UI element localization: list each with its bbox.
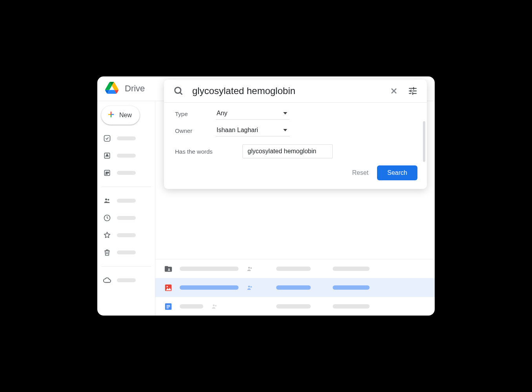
svg-rect-18 (166, 307, 169, 308)
sidebar-item-label (117, 136, 136, 140)
file-col-placeholder (333, 267, 370, 271)
storage-cloud-icon (103, 276, 111, 285)
sidebar-group-2 (101, 190, 151, 263)
search-filters: Type Any Owner Ishaan Laghari Has the wo… (164, 103, 427, 162)
svg-rect-0 (104, 136, 110, 142)
search-icon (173, 85, 184, 97)
clear-search-button[interactable] (388, 85, 399, 96)
trash-icon (103, 248, 111, 257)
svg-point-19 (213, 304, 215, 306)
file-row[interactable] (155, 297, 435, 316)
shared-with-me-icon (103, 196, 111, 205)
filter-owner-row: Owner Ishaan Laghari (175, 125, 416, 136)
svg-point-10 (250, 267, 252, 269)
shared-indicator-icon (246, 265, 254, 273)
file-col-placeholder (276, 304, 311, 309)
file-col-placeholder (276, 267, 311, 271)
sidebar-item-label (117, 278, 136, 282)
plus-icon (107, 110, 115, 120)
sidebar-item-label (117, 171, 136, 175)
file-col-placeholder (276, 285, 311, 290)
file-row[interactable] (155, 259, 435, 278)
sidebar: New (97, 101, 155, 316)
sidebar-item[interactable] (101, 211, 151, 225)
drive-window: Drive New (97, 76, 435, 316)
filter-words-label: Has the words (175, 148, 234, 155)
file-col-placeholder (333, 285, 370, 290)
search-input[interactable] (192, 85, 381, 96)
sidebar-item[interactable] (101, 149, 151, 162)
svg-rect-17 (166, 306, 170, 307)
svg-point-20 (215, 305, 217, 306)
sidebar-item[interactable] (101, 246, 151, 259)
scrollbar-thumb[interactable] (423, 121, 425, 162)
sidebar-item-label (117, 199, 136, 203)
sidebar-item-label (117, 250, 136, 254)
search-panel: Type Any Owner Ishaan Laghari Has the wo… (164, 80, 427, 189)
image-file-icon (164, 283, 173, 292)
filter-owner-label: Owner (175, 127, 207, 134)
filter-type-select[interactable]: Any (216, 108, 290, 120)
sidebar-item[interactable] (101, 229, 151, 242)
filter-words-row: Has the words (175, 144, 416, 158)
star-icon (103, 231, 111, 240)
priority-check-icon (103, 134, 111, 143)
sidebar-item-label (117, 154, 136, 158)
sidebar-item[interactable] (101, 166, 151, 180)
app-title: Drive (125, 83, 145, 94)
file-row-selected[interactable] (155, 278, 435, 297)
file-name-placeholder (180, 285, 239, 290)
search-bar (164, 80, 427, 102)
search-options-icon[interactable] (407, 85, 418, 96)
recent-icon (103, 214, 111, 222)
svg-point-9 (248, 267, 250, 269)
file-list (155, 259, 435, 316)
folder-shared-icon (164, 265, 173, 273)
svg-point-6 (107, 199, 109, 200)
sidebar-item-label (117, 216, 136, 220)
sidebar-item[interactable] (101, 194, 151, 207)
svg-point-5 (105, 198, 107, 200)
chevron-down-icon (283, 129, 287, 131)
svg-point-8 (168, 268, 169, 269)
svg-rect-16 (166, 305, 170, 306)
filter-type-value: Any (217, 110, 228, 117)
filter-words-input[interactable] (242, 144, 333, 158)
svg-point-4 (107, 172, 109, 173)
filter-type-label: Type (175, 111, 207, 117)
shared-drives-icon (103, 169, 111, 177)
drive-logo-icon (105, 81, 118, 96)
chevron-down-icon (283, 112, 287, 114)
sidebar-item[interactable] (101, 274, 151, 287)
filter-owner-value: Ishaan Laghari (217, 127, 258, 134)
sidebar-item[interactable] (101, 132, 151, 145)
file-name-placeholder (180, 267, 239, 271)
svg-point-12 (167, 286, 168, 287)
svg-point-21 (175, 87, 181, 93)
svg-point-14 (250, 286, 252, 287)
svg-point-13 (248, 285, 250, 287)
new-button[interactable]: New (101, 106, 140, 125)
search-actions: Reset Search (164, 162, 427, 189)
file-col-placeholder (333, 304, 370, 309)
svg-point-3 (106, 172, 107, 173)
filter-type-row: Type Any (175, 108, 416, 120)
filter-owner-select[interactable]: Ishaan Laghari (216, 125, 290, 136)
reset-button[interactable]: Reset (352, 169, 369, 176)
shared-indicator-icon (210, 302, 219, 311)
sidebar-group-1 (101, 128, 151, 183)
shared-indicator-icon (246, 283, 254, 292)
new-button-label: New (119, 112, 132, 119)
docs-file-icon (164, 302, 173, 311)
sidebar-item-label (117, 233, 136, 237)
sidebar-group-3 (101, 270, 151, 291)
search-button[interactable]: Search (377, 165, 417, 180)
file-name-placeholder (180, 304, 203, 309)
my-drive-icon (103, 151, 111, 160)
